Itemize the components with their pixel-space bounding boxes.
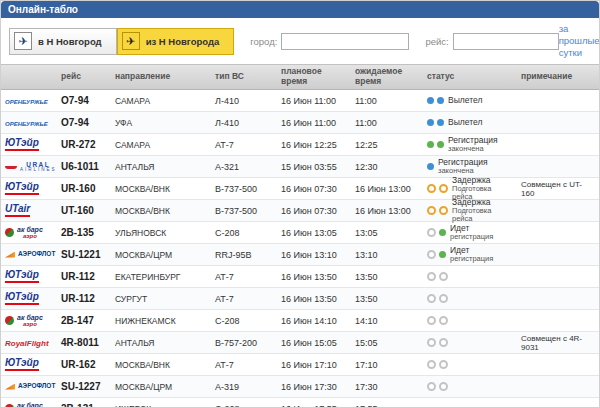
status-dots <box>427 97 444 104</box>
planned-time: 15 Июн 03:55 <box>277 162 351 172</box>
flight-input[interactable] <box>453 33 559 50</box>
aircraft-type: АТ-7 <box>211 140 277 150</box>
airline-logo-cell: ак барсаэро <box>1 226 57 239</box>
status-dots <box>427 382 448 391</box>
expected-time: 13:50 <box>351 272 423 282</box>
status-cell <box>423 294 517 303</box>
tab-to-nnovgorod-label: в Н Новгород <box>38 36 102 47</box>
expected-time: 17:30 <box>351 382 423 392</box>
aircraft-type: В-737-500 <box>211 184 277 194</box>
airline-logo-utair_en: UTair <box>5 204 30 217</box>
airline-logo-cell: ЮТэйр <box>1 292 57 305</box>
airline-logo-aeroflot: АЭРОФЛОТ <box>5 383 53 390</box>
planned-time: 16 Июн 17:55 <box>277 404 351 408</box>
airline-logo-line: аэро <box>23 233 37 239</box>
status-line: Вылетел <box>448 96 482 105</box>
airline-logo-line: ЮТэйр <box>5 138 39 151</box>
note: Совмещен с UT-160 <box>517 180 599 198</box>
destination: НИЖНЕКАМСК <box>111 316 211 326</box>
airline-logo-line: аэро <box>23 321 37 327</box>
status-cell: Идетрегистрация <box>423 246 517 264</box>
aircraft-type: Л-410 <box>211 96 277 106</box>
aircraft-type: А-321 <box>211 162 277 172</box>
flight-number: 4R-8011 <box>57 337 111 348</box>
airline-logo-akbars: ак барсаэро <box>5 314 43 327</box>
page-title: Онлайн-табло <box>1 1 599 18</box>
airline-logo-cell: ак барсаэро <box>1 314 57 327</box>
airline-logo-akbars: ак барсаэро <box>5 226 43 239</box>
expected-time: 17:55 <box>351 404 423 408</box>
tab-from-nnovgorod[interactable]: ✈ из Н Новгорода <box>117 28 235 55</box>
airline-logo-cell: АЭРОФЛОТ <box>1 250 57 260</box>
airline-logo-utair_ru: ЮТэйр <box>5 270 39 283</box>
expected-time: 12:25 <box>351 140 423 150</box>
col-header-flight: рейс <box>57 72 111 82</box>
note: Совмещен с 4R-9031 <box>517 334 599 352</box>
table-body: ОРЕНБУРЖЬЕО7-94САМАРАЛ-41016 Июн 11:0011… <box>1 90 599 408</box>
airline-logo-cell: ОРЕНБУРЖЬЕ <box>1 96 57 106</box>
flight-number: SU-1227 <box>57 381 111 392</box>
airline-logo-line: ОРЕНБУРЖЬЕ <box>5 99 48 105</box>
table-row: ак барсаэро2В-131ИЖЕВСКС-20816 Июн 17:55… <box>1 398 599 408</box>
status-dots <box>427 206 448 215</box>
airline-logo-line: RoyalFlight <box>5 340 49 348</box>
status-dot-blue <box>427 119 434 126</box>
city-filter: город: <box>250 33 409 50</box>
status-cell <box>423 382 517 391</box>
status-dot-green <box>439 251 446 258</box>
col-header-note: примечание <box>517 72 599 82</box>
col-header-aircraft-type: тип ВС <box>211 72 277 82</box>
tab-from-nnovgorod-label: из Н Новгорода <box>146 36 220 47</box>
status-dot-blue <box>427 163 434 170</box>
airline-logo-text: RoyalFlight <box>5 340 49 348</box>
expected-time: 17:10 <box>351 360 423 370</box>
status-line: Подготовка рейса <box>452 207 513 224</box>
status-cell: Регистрациязакончена <box>423 136 517 154</box>
status-dots <box>427 184 448 193</box>
destination: МОСКВА/ВНК <box>111 206 211 216</box>
city-input[interactable] <box>281 33 409 50</box>
airline-logo-text: ак барсаэро <box>17 314 43 327</box>
status-text: Вылетел <box>448 96 482 105</box>
flight-number: 2В-147 <box>57 315 111 326</box>
status-dots <box>427 163 434 170</box>
airline-logo-line: ЮТэйр <box>5 358 39 371</box>
planned-time: 16 Июн 12:25 <box>277 140 351 150</box>
status-dot-blue <box>437 97 444 104</box>
table-row: ОРЕНБУРЖЬЕО7-94САМАРАЛ-41016 Июн 11:0011… <box>1 90 599 112</box>
table-row: ЮТэйрUR-112СУРГУТАТ-716 Июн 13:5013:50 <box>1 288 599 310</box>
airline-logo-cell: ЮТэйр <box>1 270 57 283</box>
flight-number: О7-94 <box>57 117 111 128</box>
aeroflot-logo-icon <box>5 384 15 390</box>
table-row: ак барсаэро2В-147НИЖНЕКАМСКС-20816 Июн 1… <box>1 310 599 332</box>
aircraft-type: Л-410 <box>211 118 277 128</box>
planned-time: 16 Июн 13:05 <box>277 228 351 238</box>
planned-time: 16 Июн 13:50 <box>277 294 351 304</box>
airline-logo-line: ак барс <box>17 226 43 233</box>
tab-to-nnovgorod[interactable]: ✈ в Н Новгород <box>9 28 117 55</box>
akbars-logo-icon <box>5 228 14 237</box>
airline-logo-text: АЭРОФЛОТ <box>18 251 55 258</box>
expected-time: 15:05 <box>351 338 423 348</box>
airline-logo-text: ЮТэйр <box>5 292 39 305</box>
status-cell: Вылетел <box>423 96 517 105</box>
aircraft-type: А-319 <box>211 382 277 392</box>
history-link[interactable]: за прошлые сутки <box>559 23 600 59</box>
status-dot-blue <box>437 119 444 126</box>
destination: МОСКВА/ВНК <box>111 184 211 194</box>
aircraft-type: АТ-7 <box>211 272 277 282</box>
status-dots <box>427 119 444 126</box>
table-row: ак барсаэро2В-135УЛЬЯНОВСКС-20816 Июн 13… <box>1 222 599 244</box>
akbars-logo-icon <box>5 316 14 325</box>
status-dot-gray-o <box>439 382 448 391</box>
status-dots <box>427 316 448 325</box>
col-header-planned-time: плановое время <box>277 67 351 87</box>
planned-time: 16 Июн 15:05 <box>277 338 351 348</box>
flight-number: SU-1221 <box>57 249 111 260</box>
airline-logo-orenburzhye: ОРЕНБУРЖЬЕ <box>5 99 48 105</box>
airline-logo-text: ЮТэйр <box>5 358 39 371</box>
status-dot-gray-o <box>439 338 448 347</box>
airline-logo-cell: АЭРОФЛОТ <box>1 382 57 392</box>
airline-logo-akbars: ак барсаэро <box>5 402 43 408</box>
destination: СУРГУТ <box>111 294 211 304</box>
